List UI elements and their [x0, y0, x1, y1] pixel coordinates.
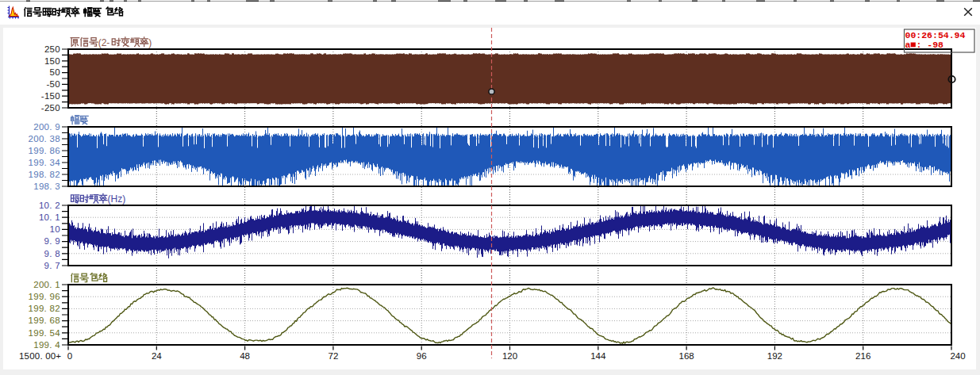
- svg-text:-50: -50: [46, 79, 60, 89]
- svg-text:-250: -250: [41, 103, 60, 113]
- svg-text:200. 38: 200. 38: [29, 134, 60, 143]
- svg-text:199. 86: 199. 86: [29, 146, 60, 155]
- svg-text:192: 192: [767, 351, 782, 361]
- svg-text:198. 82: 198. 82: [29, 170, 60, 179]
- svg-text:1500. 00+: 1500. 00+: [19, 351, 61, 361]
- svg-text:199. 4: 199. 4: [33, 340, 60, 350]
- svg-text:96: 96: [417, 351, 427, 361]
- svg-text:200. 1: 200. 1: [33, 280, 60, 289]
- svg-text:199. 68: 199. 68: [29, 316, 60, 325]
- svg-text:72: 72: [329, 351, 339, 361]
- svg-text:250: 250: [44, 44, 60, 54]
- svg-text:10: 10: [50, 224, 60, 234]
- svg-text:9. 9: 9. 9: [44, 236, 60, 246]
- svg-text:199. 54: 199. 54: [29, 328, 61, 338]
- svg-text:198. 3: 198. 3: [33, 182, 60, 191]
- svg-text:199. 82: 199. 82: [29, 304, 60, 313]
- svg-text:(2-: (2-: [98, 37, 110, 48]
- svg-text:a: a: [905, 40, 911, 50]
- svg-text:200. 9: 200. 9: [33, 122, 60, 132]
- svg-text:(Hz): (Hz): [108, 193, 126, 205]
- svg-text:199. 34: 199. 34: [29, 158, 61, 167]
- svg-text:): ): [148, 37, 152, 48]
- svg-text:120: 120: [502, 351, 517, 361]
- svg-text:240: 240: [950, 351, 965, 361]
- svg-text:10. 1: 10. 1: [39, 212, 60, 222]
- svg-text:144: 144: [590, 351, 606, 361]
- svg-text:24: 24: [152, 351, 162, 361]
- svg-text:50: 50: [50, 67, 60, 77]
- svg-text:48: 48: [240, 351, 250, 361]
- svg-text:168: 168: [679, 351, 694, 361]
- svg-text:216: 216: [855, 351, 870, 361]
- svg-text:9. 7: 9. 7: [44, 261, 60, 270]
- svg-text:: -98: : -98: [917, 40, 944, 50]
- svg-text:10. 2: 10. 2: [39, 201, 60, 210]
- svg-text:199. 96: 199. 96: [29, 292, 60, 301]
- svg-text:-150: -150: [41, 91, 60, 101]
- svg-text:9. 8: 9. 8: [44, 249, 60, 258]
- svg-text:0: 0: [67, 351, 72, 361]
- svg-text:150: 150: [44, 56, 60, 66]
